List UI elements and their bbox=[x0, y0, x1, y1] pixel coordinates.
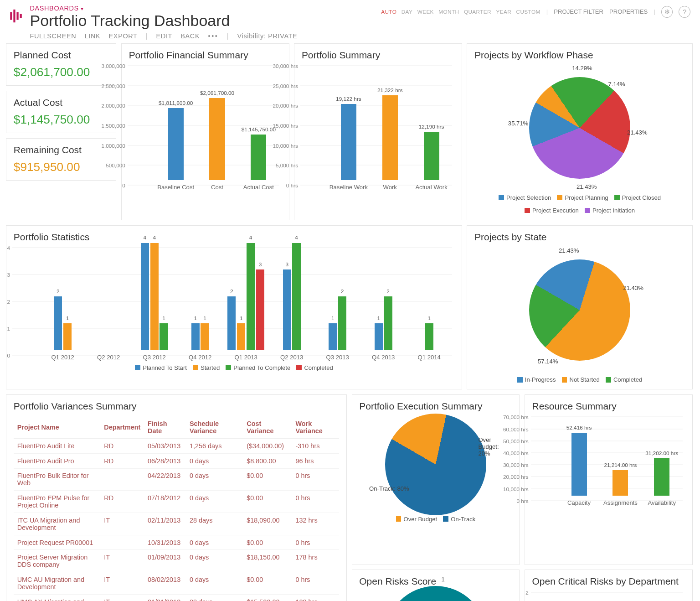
table-row[interactable]: UMC AU Migration and DevelopmentIT08/02/… bbox=[14, 572, 340, 595]
table-row[interactable]: UMC AX Migration and DevelopmentIT01/21/… bbox=[14, 594, 340, 601]
chart-workflow-phase: Projects by Workflow Phase 7.14%21.43%21… bbox=[467, 43, 692, 221]
table-row[interactable]: ITC UA Migration and DevelopmentIT02/11/… bbox=[14, 513, 340, 535]
kpi-remaining-cost: Remaining Cost$915,950.00 bbox=[6, 138, 116, 181]
scope-quarter[interactable]: QUARTER bbox=[464, 9, 491, 15]
export-button[interactable]: EXPORT bbox=[109, 32, 138, 40]
more-icon[interactable]: ••• bbox=[208, 32, 219, 40]
help-icon[interactable]: ? bbox=[679, 6, 690, 18]
fullscreen-button[interactable]: FULLSCREEN bbox=[30, 32, 76, 40]
chart-portfolio-statistics: Portfolio Statistics 0123421Q1 2012Q2 20… bbox=[6, 225, 462, 390]
page-toolbar: FULLSCREEN LINK EXPORT | EDIT BACK ••• |… bbox=[30, 32, 297, 40]
kpi-actual-cost: Actual Cost$1,145,750.00 bbox=[6, 91, 116, 134]
variances-table[interactable]: Project NameDepartmentFinish DateSchedul… bbox=[14, 416, 340, 601]
table-row[interactable]: Project Server Migration DDS companyIT01… bbox=[14, 550, 340, 572]
chart-execution-summary: Portfolio Execution Summary Over Budget:… bbox=[352, 394, 520, 565]
visibility-label: Visibility: PRIVATE bbox=[237, 32, 298, 40]
link-button[interactable]: LINK bbox=[85, 32, 101, 40]
chart-resource-summary: Resource Summary 0 hrs10,000 hrs20,000 h… bbox=[525, 394, 693, 565]
breadcrumb[interactable]: DASHBOARDS▾ bbox=[30, 5, 297, 12]
chart-portfolio-summary: Portfolio Summary 0 hrs5,000 hrs10,000 h… bbox=[294, 43, 462, 221]
table-row[interactable]: FluentPro Audit LiteRD05/03/20131,256 da… bbox=[14, 439, 340, 454]
scope-day[interactable]: DAY bbox=[401, 9, 413, 15]
svg-rect-3 bbox=[20, 14, 22, 18]
table-row[interactable]: FluentPro Bulk Editor for Web04/22/20130… bbox=[14, 468, 340, 491]
table-row[interactable]: FluentPro Audit ProRD06/28/20130 days$8,… bbox=[14, 453, 340, 468]
chart-financial-summary: Portfolio Financial Summary 0500,0001,00… bbox=[121, 43, 289, 221]
edit-button[interactable]: EDIT bbox=[156, 32, 172, 40]
chart-open-risks: Open Risks Score 131 Open Low/Average Ri… bbox=[352, 570, 520, 601]
page-title: Portfolio Tracking Dashboard bbox=[30, 12, 297, 30]
settings-icon[interactable]: ✻ bbox=[661, 6, 673, 18]
svg-rect-1 bbox=[14, 10, 15, 22]
table-row[interactable]: Project Request PR0000110/31/20130 days$… bbox=[14, 535, 340, 550]
scope-custom[interactable]: CUSTOM bbox=[516, 9, 540, 15]
table-variances: Portfolio Variances Summary Project Name… bbox=[6, 394, 347, 601]
table-row[interactable]: FluentPro EPM Pulse for Project OnlineRD… bbox=[14, 491, 340, 513]
scope-auto[interactable]: AUTO bbox=[381, 9, 396, 15]
chart-critical-risks: Open Critical Risks by Department 012(No… bbox=[525, 570, 693, 601]
scope-year[interactable]: YEAR bbox=[496, 9, 511, 15]
scope-week[interactable]: WEEK bbox=[417, 9, 434, 15]
kpi-planned-cost: Planned Cost$2,061,700.00 bbox=[6, 43, 116, 86]
chart-projects-by-state: Projects by State 21.43%57.14%21.43% In-… bbox=[467, 225, 692, 390]
app-logo-icon bbox=[8, 8, 24, 24]
properties-link[interactable]: PROPERTIES bbox=[609, 8, 648, 15]
svg-rect-2 bbox=[17, 12, 19, 20]
svg-rect-0 bbox=[10, 12, 12, 20]
scope-month[interactable]: MONTH bbox=[438, 9, 459, 15]
back-button[interactable]: BACK bbox=[180, 32, 200, 40]
project-filter-link[interactable]: PROJECT FILTER bbox=[554, 8, 603, 15]
time-scope[interactable]: AUTODAYWEEKMONTHQUARTERYEARCUSTOM bbox=[381, 9, 540, 15]
